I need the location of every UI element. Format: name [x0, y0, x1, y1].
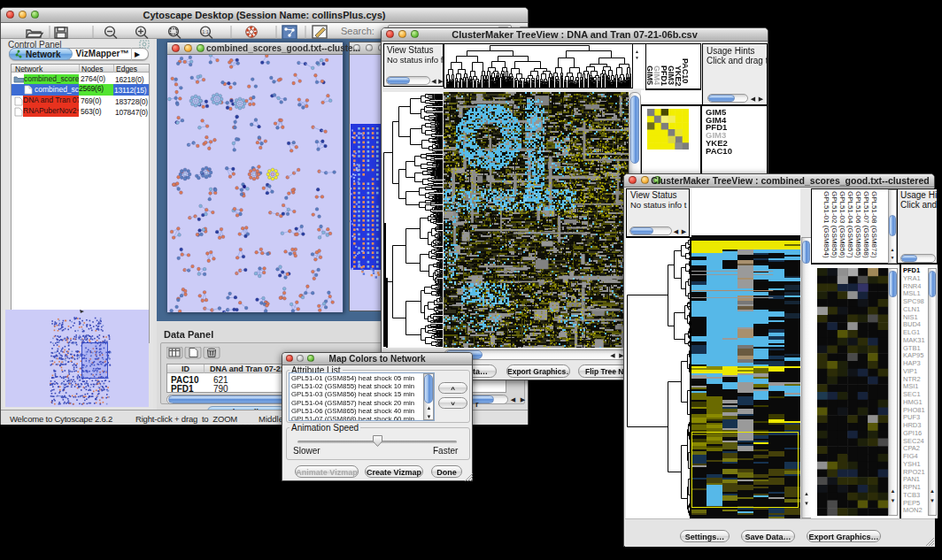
svg-text:1:1: 1:1 [202, 29, 209, 35]
